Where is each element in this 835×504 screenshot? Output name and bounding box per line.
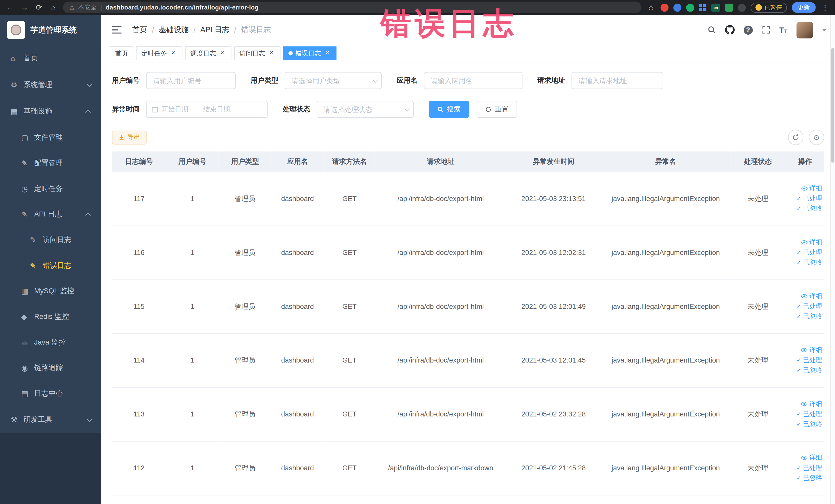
scrollbar-track[interactable] bbox=[830, 15, 835, 504]
sidebar-item-java[interactable]: ☕Java 监控 bbox=[0, 330, 101, 355]
sidebar-item-label: Redis 监控 bbox=[34, 312, 101, 321]
user-id-input[interactable] bbox=[146, 72, 236, 89]
sidebar-item-mysql[interactable]: ▥MySQL 监控 bbox=[0, 278, 101, 304]
tab-access-log[interactable]: 访问日志× bbox=[234, 46, 281, 60]
process-status-select-input[interactable] bbox=[317, 101, 414, 118]
sidebar-item-trace[interactable]: ◉链路追踪 bbox=[0, 355, 101, 381]
paused-badge[interactable]: 已暂停 bbox=[751, 2, 787, 12]
breadcrumb-item[interactable]: API 日志 bbox=[200, 25, 229, 35]
mark-processed-link[interactable]: ✓ 已处理 bbox=[788, 194, 822, 204]
reset-button[interactable]: 重置 bbox=[477, 101, 517, 118]
detail-link[interactable]: 详细 bbox=[788, 183, 822, 193]
detail-link[interactable]: 详细 bbox=[788, 452, 822, 463]
sidebar-item-file[interactable]: ▢文件管理 bbox=[0, 125, 101, 150]
extension-icon-on[interactable]: on bbox=[711, 4, 720, 12]
sidebar-logo[interactable]: 芋道管理系统 bbox=[0, 15, 101, 45]
user-avatar[interactable] bbox=[796, 22, 813, 38]
user-type-select-input[interactable] bbox=[285, 72, 382, 89]
detail-link[interactable]: 详细 bbox=[788, 345, 822, 355]
app-name-input[interactable] bbox=[424, 72, 522, 89]
hamburger-icon[interactable] bbox=[110, 24, 124, 36]
cell-url: /api/infra/db-doc/export-html bbox=[375, 387, 506, 441]
detail-link[interactable]: 详细 bbox=[788, 237, 822, 247]
sidebar-item-api-log[interactable]: ✎API 日志 bbox=[0, 202, 101, 227]
cell-method: GET bbox=[323, 226, 375, 280]
mark-processed-link[interactable]: ✓ 已处理 bbox=[788, 409, 822, 419]
mark-ignored-link[interactable]: ✓ 已忽略 bbox=[788, 311, 822, 321]
browser-home-button[interactable]: ⌂ bbox=[48, 0, 58, 15]
sidebar-item-error-log[interactable]: ✎错误日志 bbox=[0, 253, 101, 278]
cell-method: GET bbox=[323, 333, 375, 387]
eye-icon bbox=[801, 402, 808, 406]
extension-icon-puzzle[interactable] bbox=[738, 4, 746, 12]
mark-processed-link[interactable]: ✓ 已处理 bbox=[788, 463, 822, 473]
sidebar-item-access-log[interactable]: ✎访问日志 bbox=[0, 227, 101, 253]
close-icon[interactable]: × bbox=[324, 49, 331, 57]
sidebar-item-dev-tools[interactable]: ⚒研发工具 bbox=[0, 406, 101, 433]
help-icon[interactable]: ? bbox=[744, 25, 753, 35]
detail-link[interactable]: 详细 bbox=[788, 291, 822, 301]
sidebar-item-system[interactable]: ⚙系统管理 bbox=[0, 72, 101, 98]
breadcrumb: 首页 / 基础设施 / API 日志 / 错误日志 bbox=[132, 25, 271, 35]
reload-button[interactable]: ⟳ bbox=[34, 0, 44, 15]
page-url[interactable]: dashboard.yudao.iocoder.cn/infra/log/api… bbox=[106, 4, 259, 11]
export-button[interactable]: 导出 bbox=[112, 130, 147, 144]
sidebar-item-label: 日志中心 bbox=[34, 389, 101, 398]
exception-time-range[interactable]: - bbox=[146, 101, 268, 118]
browser-chrome: ← → ⟳ ⌂ ⚠ 不安全 | dashboard.yudao.iocoder.… bbox=[0, 0, 835, 15]
tab-error-log[interactable]: 错误日志× bbox=[283, 46, 337, 60]
search-button[interactable]: 搜索 bbox=[429, 101, 469, 118]
font-size-icon[interactable]: TT bbox=[779, 25, 788, 35]
process-status-select[interactable] bbox=[317, 101, 414, 118]
breadcrumb-item[interactable]: 基础设施 bbox=[159, 25, 189, 35]
mark-processed-link[interactable]: ✓ 已处理 bbox=[788, 301, 822, 311]
request-url-input[interactable] bbox=[572, 72, 663, 89]
search-icon[interactable] bbox=[708, 26, 716, 34]
mark-ignored-link[interactable]: ✓ 已忽略 bbox=[788, 473, 822, 483]
extension-icon-grid[interactable] bbox=[699, 4, 707, 11]
mark-processed-link[interactable]: ✓ 已处理 bbox=[788, 247, 822, 258]
start-date-input[interactable] bbox=[161, 105, 195, 113]
fullscreen-icon[interactable] bbox=[761, 26, 770, 34]
security-label[interactable]: 不安全 bbox=[78, 4, 97, 12]
tab-job[interactable]: 定时任务× bbox=[136, 46, 183, 60]
sidebar-item-redis[interactable]: ◆Redis 监控 bbox=[0, 304, 101, 330]
detail-link[interactable]: 详细 bbox=[788, 399, 822, 409]
sidebar-item-log-center[interactable]: ▤日志中心 bbox=[0, 381, 101, 406]
browser-update-button[interactable]: 更新 bbox=[792, 2, 815, 13]
close-icon[interactable]: × bbox=[169, 49, 177, 57]
sidebar-item-infra[interactable]: ▤基础设施 bbox=[0, 98, 101, 125]
mark-ignored-link[interactable]: ✓ 已忽略 bbox=[788, 204, 822, 214]
user-type-select[interactable] bbox=[285, 72, 382, 89]
back-button[interactable]: ← bbox=[5, 0, 15, 15]
tab-job-log[interactable]: 调度日志× bbox=[185, 46, 231, 60]
extension-icon-leaf[interactable] bbox=[725, 4, 733, 12]
end-date-input[interactable] bbox=[203, 105, 237, 113]
breadcrumb-item[interactable]: 首页 bbox=[132, 25, 147, 35]
sidebar-item-job[interactable]: ◷定时任务 bbox=[0, 176, 101, 202]
github-icon[interactable] bbox=[725, 25, 734, 35]
user-id-label: 用户编号 bbox=[112, 76, 140, 85]
browser-menu-icon[interactable]: ⋮ bbox=[821, 4, 830, 12]
avatar-caret-icon[interactable] bbox=[822, 28, 827, 31]
active-tab-dot bbox=[288, 51, 293, 56]
check-icon: ✓ bbox=[796, 311, 801, 321]
extension-icon-red[interactable] bbox=[660, 4, 668, 12]
tab-home[interactable]: 首页 bbox=[110, 46, 133, 60]
mark-ignored-link[interactable]: ✓ 已忽略 bbox=[788, 419, 822, 429]
close-icon[interactable]: × bbox=[268, 49, 275, 57]
extension-icon-blue[interactable] bbox=[673, 4, 681, 12]
column-settings-button[interactable]: ⚙ bbox=[809, 130, 824, 145]
mark-ignored-link[interactable]: ✓ 已忽略 bbox=[788, 365, 822, 375]
extension-icon-green[interactable] bbox=[686, 4, 694, 12]
sidebar-item-config[interactable]: ✎配置管理 bbox=[0, 150, 101, 176]
address-bar[interactable]: ⚠ 不安全 | dashboard.yudao.iocoder.cn/infra… bbox=[63, 2, 641, 13]
forward-button[interactable]: → bbox=[20, 0, 29, 15]
sidebar-item-home[interactable]: ⌂首页 bbox=[0, 45, 101, 72]
bookmark-star-icon[interactable]: ☆ bbox=[646, 0, 656, 15]
mark-ignored-link[interactable]: ✓ 已忽略 bbox=[788, 258, 822, 267]
scrollbar-thumb[interactable] bbox=[831, 48, 834, 163]
refresh-circle-button[interactable] bbox=[788, 130, 803, 145]
close-icon[interactable]: × bbox=[219, 49, 226, 57]
mark-processed-link[interactable]: ✓ 已处理 bbox=[788, 355, 822, 365]
